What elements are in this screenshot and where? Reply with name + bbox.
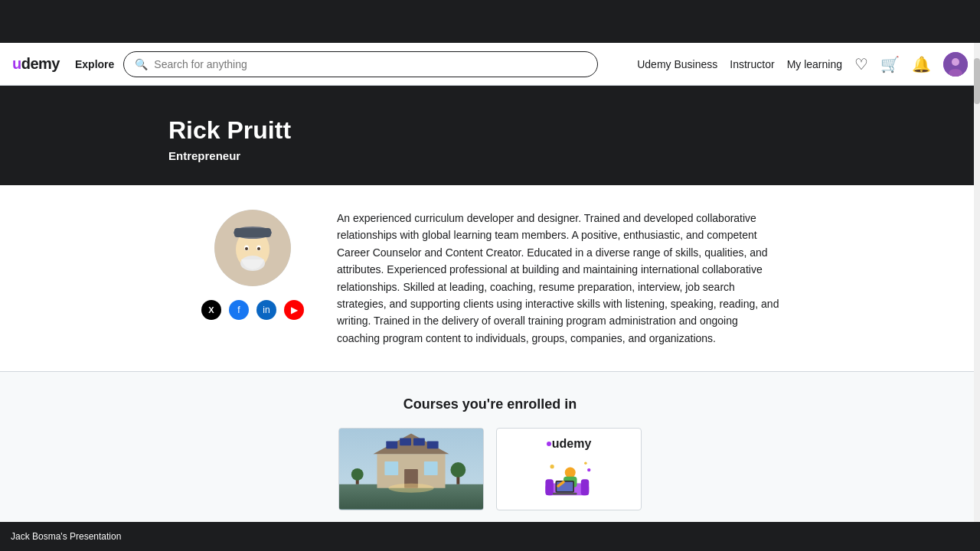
profile-left: X f in ▶: [199, 210, 306, 347]
nav-explore-link[interactable]: Explore: [75, 58, 114, 70]
bottom-bar: Jack Bosma's Presentation: [0, 522, 980, 551]
cart-icon[interactable]: 🛒: [880, 55, 900, 73]
my-learning-link[interactable]: My learning: [787, 58, 842, 70]
svg-point-37: [550, 465, 554, 468]
instructor-link[interactable]: Instructor: [730, 58, 774, 70]
svg-point-25: [450, 462, 466, 478]
search-bar[interactable]: 🔍: [123, 51, 598, 77]
svg-point-1: [952, 58, 959, 66]
svg-point-39: [584, 462, 587, 465]
hero-banner: Rick Pruitt Entrepreneur: [0, 86, 980, 185]
courses-section: Courses you're enrolled in: [0, 372, 980, 526]
svg-rect-19: [427, 442, 439, 449]
social-facebook-icon[interactable]: f: [229, 300, 249, 320]
svg-point-31: [565, 468, 576, 478]
svg-rect-16: [386, 442, 397, 449]
svg-point-23: [388, 484, 433, 493]
svg-point-27: [351, 468, 364, 481]
notifications-icon[interactable]: 🔔: [912, 55, 931, 73]
search-icon: 🔍: [135, 58, 148, 70]
course-card-udemy[interactable]: udemy: [496, 428, 642, 510]
profile-bio: An experienced curriculum developer and …: [337, 210, 781, 347]
svg-rect-20: [384, 461, 398, 475]
svg-point-10: [257, 247, 260, 250]
navbar-logo[interactable]: udemy: [12, 55, 60, 73]
social-youtube-icon[interactable]: ▶: [284, 300, 304, 320]
courses-grid: udemy: [0, 428, 980, 510]
social-x-icon[interactable]: X: [201, 300, 221, 320]
svg-rect-18: [413, 439, 425, 446]
social-linkedin-icon[interactable]: in: [256, 300, 276, 320]
course-card-house[interactable]: [338, 428, 484, 510]
navbar: udemy Explore 🔍 Udemy Business Instructo…: [0, 43, 980, 86]
svg-rect-21: [424, 461, 438, 475]
house-card-image: [339, 428, 483, 510]
svg-point-38: [587, 468, 590, 471]
profile-title: Entrepreneur: [168, 149, 980, 162]
udemy-business-link[interactable]: Udemy Business: [637, 58, 717, 70]
udemy-dot: [547, 442, 551, 446]
svg-rect-29: [545, 479, 554, 495]
profile-name: Rick Pruitt: [168, 116, 980, 145]
search-input[interactable]: [154, 58, 586, 70]
udemy-card-logo: udemy: [547, 437, 592, 451]
udemy-card-illustration: [542, 455, 596, 501]
udemy-logo-text: udemy: [12, 55, 60, 73]
profile-avatar-svg: [214, 210, 291, 286]
scrollbar-track: [974, 43, 980, 551]
scrollbar-thumb[interactable]: [974, 58, 980, 104]
svg-point-9: [245, 247, 248, 250]
top-bar: [0, 0, 980, 43]
avatar-image: [943, 52, 968, 77]
svg-rect-30: [581, 479, 590, 495]
profile-section: X f in ▶ An experienced curriculum devel…: [0, 185, 980, 371]
courses-section-title: Courses you're enrolled in: [0, 396, 980, 412]
nav-right: Udemy Business Instructor My learning ♡ …: [637, 52, 968, 77]
social-icons: X f in ▶: [201, 300, 304, 320]
avatar[interactable]: [943, 52, 968, 77]
svg-rect-35: [553, 493, 577, 495]
wishlist-icon[interactable]: ♡: [854, 55, 868, 73]
bottom-label: Jack Bosma's Presentation: [11, 531, 121, 542]
profile-inner: X f in ▶ An experienced curriculum devel…: [184, 210, 796, 347]
svg-rect-17: [400, 439, 411, 446]
profile-avatar: [214, 210, 291, 286]
svg-rect-6: [234, 228, 271, 237]
